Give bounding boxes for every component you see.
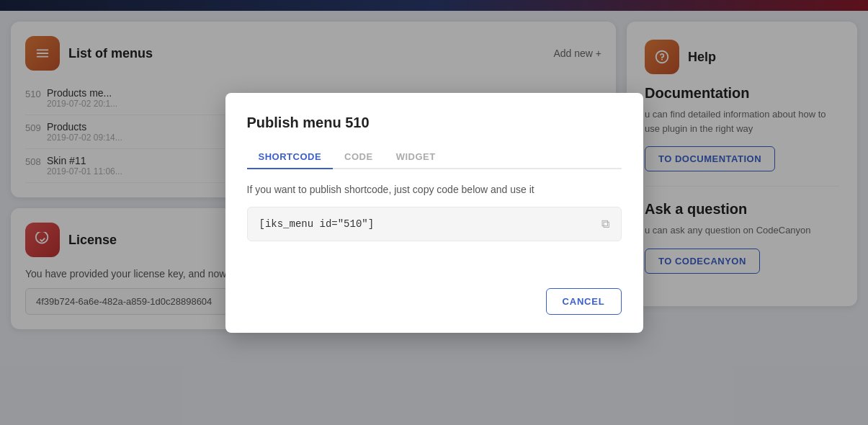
cancel-button[interactable]: CANCEL — [546, 288, 622, 315]
dialog-tabs: SHORTCODE CODE WIDGET — [247, 146, 622, 169]
tab-widget[interactable]: WIDGET — [385, 146, 447, 169]
copy-icon[interactable]: ⧉ — [601, 218, 609, 231]
modal-overlay[interactable]: Publish menu 510 SHORTCODE CODE WIDGET I… — [0, 0, 868, 425]
code-box: [iks_menu id="510"] ⧉ — [247, 207, 622, 241]
dialog-title: Publish menu 510 — [247, 115, 622, 131]
code-value: [iks_menu id="510"] — [259, 218, 375, 230]
tab-shortcode[interactable]: SHORTCODE — [247, 146, 334, 169]
tab-code[interactable]: CODE — [333, 146, 385, 169]
dialog-body: Publish menu 510 SHORTCODE CODE WIDGET I… — [225, 93, 643, 277]
publish-dialog: Publish menu 510 SHORTCODE CODE WIDGET I… — [225, 93, 643, 333]
dialog-footer: CANCEL — [225, 277, 643, 333]
dialog-description: If you want to publish shortcode, just c… — [247, 184, 622, 195]
